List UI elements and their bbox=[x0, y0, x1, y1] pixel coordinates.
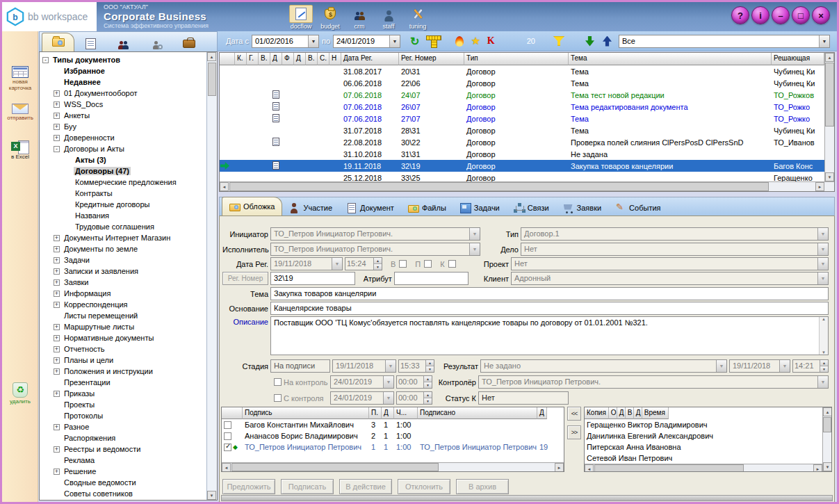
executor-combo[interactable]: ТО_Петров Инициатор Петрович.▼ bbox=[270, 243, 480, 256]
tree-item[interactable]: +Информация bbox=[40, 288, 206, 299]
signer-row[interactable]: Багов Константин Михайлович311:00 bbox=[222, 419, 564, 430]
tree-item[interactable]: Распоряжения bbox=[40, 432, 206, 444]
scroll-thumb[interactable] bbox=[231, 463, 439, 471]
description-scrollbar[interactable]: ▲▼ bbox=[819, 317, 828, 355]
tree-tab-briefcase[interactable] bbox=[172, 35, 205, 51]
copy-row[interactable]: Питерская Анна Ивановна bbox=[585, 441, 822, 453]
ruler-icon[interactable] bbox=[426, 35, 440, 47]
window-button-info[interactable]: i bbox=[751, 6, 769, 24]
copies-col-header[interactable]: О bbox=[609, 407, 617, 419]
copy-row[interactable]: Данилинка Евгений Александрович bbox=[585, 430, 822, 441]
table-row[interactable]: 07.06.201824\07ДоговорТема тест новой ре… bbox=[220, 89, 824, 101]
flame-icon[interactable] bbox=[455, 36, 464, 47]
tree-expand-icon[interactable]: + bbox=[54, 124, 60, 130]
tree-item[interactable]: +Корреспонденция bbox=[40, 299, 206, 310]
from-control-time-spinner[interactable]: 00:00▲▼ bbox=[396, 391, 432, 405]
tab-requests[interactable]: Заявки bbox=[556, 200, 609, 216]
chevron-down-icon[interactable]: ▼ bbox=[308, 35, 318, 47]
window-button-help[interactable]: ? bbox=[731, 6, 749, 24]
spinner-arrows-icon[interactable]: ▲▼ bbox=[423, 392, 432, 404]
tree-expand-icon[interactable]: + bbox=[54, 357, 60, 364]
tree-tab-journal[interactable] bbox=[74, 35, 107, 51]
tree-item[interactable]: Договоры (47) bbox=[40, 165, 206, 177]
basis-field[interactable]: Канцелярские товары bbox=[270, 302, 829, 315]
sidebar-action-send[interactable]: отправить bbox=[2, 104, 38, 121]
grid-col-header[interactable]: Рег. Номер bbox=[399, 53, 464, 65]
spinner-arrows-icon[interactable]: ▲▼ bbox=[423, 376, 432, 388]
arrow-up-icon[interactable] bbox=[603, 36, 612, 47]
tree-item[interactable]: Названия bbox=[40, 210, 206, 221]
project-combo[interactable]: Нет▼ bbox=[511, 257, 829, 270]
tree-item[interactable]: Проекты bbox=[40, 399, 206, 410]
copies-col-header[interactable]: Время bbox=[642, 407, 669, 419]
p-checkbox[interactable] bbox=[424, 260, 432, 268]
tree-item[interactable]: +Решение bbox=[40, 466, 206, 477]
action-button-1[interactable]: Предложить bbox=[222, 479, 275, 494]
signer-checkbox[interactable] bbox=[224, 432, 231, 440]
result-combo[interactable]: Не задано▼ bbox=[480, 359, 727, 373]
spinner-arrows-icon[interactable]: ▲▼ bbox=[425, 360, 434, 372]
from-control-checkbox[interactable] bbox=[274, 394, 282, 402]
table-row[interactable]: 31.10.201831\31ДоговорНе задана bbox=[220, 148, 824, 160]
controller-combo[interactable]: ТО_Петров Инициатор Петрович.▼ bbox=[478, 375, 829, 389]
tree-item[interactable]: +Реестры и ведомости bbox=[40, 444, 206, 455]
signer-checkbox[interactable] bbox=[224, 421, 231, 429]
tree-item[interactable]: +Записки и заявления bbox=[40, 266, 206, 277]
tree-expand-icon[interactable]: + bbox=[54, 446, 60, 453]
tree-item[interactable]: +Заявки bbox=[40, 277, 206, 288]
description-field[interactable]: Поставщик ООО 'ТЦ Комус'обязуется постав… bbox=[270, 316, 829, 355]
stage-time-spinner[interactable]: 15:33▲▼ bbox=[398, 359, 434, 373]
grid-hscrollbar[interactable]: ◄ ► bbox=[220, 181, 834, 191]
date-to-combo[interactable]: 24/01/2019▼ bbox=[333, 35, 400, 48]
tree-tab-contacts[interactable] bbox=[107, 35, 140, 51]
tree-item[interactable]: +Разное bbox=[40, 421, 206, 432]
scroll-down-icon[interactable]: ▼ bbox=[207, 491, 216, 500]
grid-col-flag[interactable]: В. bbox=[306, 53, 318, 65]
window-button-close[interactable]: × bbox=[812, 6, 830, 24]
on-control-checkbox[interactable] bbox=[274, 378, 282, 386]
tree-item[interactable]: +Положения и инструкции bbox=[40, 366, 206, 377]
signers-col-header[interactable]: Ч... bbox=[394, 407, 418, 419]
tree-item[interactable]: Листы перемещений bbox=[40, 310, 206, 321]
copies-vscrollbar[interactable]: ▲ ▼ bbox=[822, 407, 831, 471]
table-row[interactable]: 07.06.201827\07ДоговорТемаТО_Рожко bbox=[220, 113, 824, 124]
on-control-time-spinner[interactable]: 00:00▲▼ bbox=[396, 375, 432, 389]
scroll-thumb[interactable] bbox=[229, 182, 769, 191]
scroll-left-icon[interactable]: ◄ bbox=[585, 464, 594, 472]
tree-expand-icon[interactable]: + bbox=[54, 469, 60, 475]
tree-expand-icon[interactable]: + bbox=[54, 291, 60, 297]
tree-item[interactable]: -Типы документов bbox=[40, 54, 206, 65]
grid-col-flag[interactable]: Д bbox=[270, 53, 282, 65]
table-row[interactable]: 07.06.201826\07ДоговорТема редактировани… bbox=[220, 101, 824, 113]
tree-item[interactable]: +WSS_Docs bbox=[40, 99, 206, 110]
tree-item[interactable]: Протоколы bbox=[40, 410, 206, 421]
table-row[interactable]: 06.06.201822\06ДоговорТемаЧубинец Ки bbox=[220, 77, 824, 89]
tree-expand-icon[interactable]: + bbox=[54, 113, 60, 119]
tree-item[interactable]: +Доверенности bbox=[40, 132, 206, 143]
grid-col-flag[interactable]: Н bbox=[329, 53, 341, 65]
scroll-up-icon[interactable]: ▲ bbox=[823, 407, 832, 416]
tree-item[interactable]: +Документы по земле bbox=[40, 243, 206, 254]
copy-row[interactable]: Геращенко Виктор Владимирович bbox=[585, 419, 822, 430]
grid-col-header[interactable]: Тема bbox=[569, 53, 772, 65]
tree-expand-icon[interactable]: + bbox=[54, 335, 60, 341]
tree-item[interactable]: -Договоры и Акты bbox=[40, 143, 206, 154]
scroll-left-icon[interactable]: ◄ bbox=[220, 182, 229, 191]
grid-col-flag[interactable]: Ф bbox=[282, 53, 294, 65]
k-icon[interactable]: K bbox=[487, 35, 495, 47]
copies-col-header[interactable]: В bbox=[626, 407, 634, 419]
tree-expand-icon[interactable]: + bbox=[54, 268, 60, 275]
tree-expand-icon[interactable]: + bbox=[54, 302, 60, 308]
tree-item[interactable]: Акты (3) bbox=[40, 154, 206, 165]
date-from-combo[interactable]: 01/02/2016▼ bbox=[252, 35, 319, 48]
from-control-date-combo[interactable]: 24/01/2019▼ bbox=[330, 391, 394, 405]
window-button-maximize[interactable]: □ bbox=[792, 6, 810, 24]
action-button-4[interactable]: Отклонить bbox=[398, 479, 450, 494]
tree-collapse-icon[interactable]: - bbox=[54, 146, 60, 152]
scroll-left-icon[interactable]: ◄ bbox=[222, 463, 231, 472]
tree-expand-icon[interactable]: + bbox=[54, 391, 60, 397]
chevron-down-icon[interactable]: ▼ bbox=[389, 35, 400, 47]
tree-item[interactable]: +Буу bbox=[40, 121, 206, 132]
module-budget[interactable]: budget bbox=[316, 3, 344, 31]
module-tuning[interactable]: tuning bbox=[404, 3, 432, 31]
